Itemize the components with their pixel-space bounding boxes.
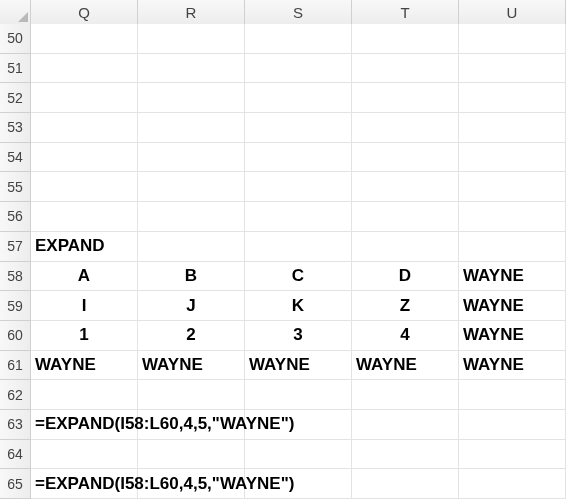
cell-Q56[interactable] bbox=[31, 202, 138, 232]
cell-U57[interactable] bbox=[459, 232, 566, 262]
row-header-59[interactable]: 59 bbox=[0, 291, 31, 321]
row-header-64[interactable]: 64 bbox=[0, 440, 31, 470]
cell-T56[interactable] bbox=[352, 202, 459, 232]
cell-U55[interactable] bbox=[459, 172, 566, 202]
cell-S56[interactable] bbox=[245, 202, 352, 232]
cell-R56[interactable] bbox=[138, 202, 245, 232]
cell-Q53[interactable] bbox=[31, 113, 138, 143]
cell-T62[interactable] bbox=[352, 380, 459, 410]
cell-R57[interactable] bbox=[138, 232, 245, 262]
column-header-R[interactable]: R bbox=[138, 0, 245, 24]
cell-T63[interactable] bbox=[352, 410, 459, 440]
cell-Q65[interactable]: =EXPAND(I58:L60,4,5,"WAYNE") bbox=[31, 469, 138, 499]
row-header-54[interactable]: 54 bbox=[0, 143, 31, 173]
cell-U63[interactable] bbox=[459, 410, 566, 440]
cell-Q50[interactable] bbox=[31, 24, 138, 54]
cell-Q51[interactable] bbox=[31, 54, 138, 84]
select-all-corner[interactable] bbox=[0, 0, 31, 24]
cell-Q59[interactable]: I bbox=[31, 291, 138, 321]
cell-S53[interactable] bbox=[245, 113, 352, 143]
cell-U60[interactable]: WAYNE bbox=[459, 321, 566, 351]
cell-Q52[interactable] bbox=[31, 83, 138, 113]
row-header-57[interactable]: 57 bbox=[0, 232, 31, 262]
column-header-S[interactable]: S bbox=[245, 0, 352, 24]
cell-T51[interactable] bbox=[352, 54, 459, 84]
cell-T54[interactable] bbox=[352, 143, 459, 173]
cell-T52[interactable] bbox=[352, 83, 459, 113]
cell-U65[interactable] bbox=[459, 469, 566, 499]
cell-S55[interactable] bbox=[245, 172, 352, 202]
cell-U64[interactable] bbox=[459, 440, 566, 470]
cell-U53[interactable] bbox=[459, 113, 566, 143]
cell-R59[interactable]: J bbox=[138, 291, 245, 321]
cell-S58[interactable]: C bbox=[245, 262, 352, 292]
cell-R53[interactable] bbox=[138, 113, 245, 143]
cell-S64[interactable] bbox=[245, 440, 352, 470]
cell-S60[interactable]: 3 bbox=[245, 321, 352, 351]
cell-Q61[interactable]: WAYNE bbox=[31, 351, 138, 381]
cell-Q64[interactable] bbox=[31, 440, 138, 470]
cell-Q60[interactable]: 1 bbox=[31, 321, 138, 351]
cell-S50[interactable] bbox=[245, 24, 352, 54]
cell-S61[interactable]: WAYNE bbox=[245, 351, 352, 381]
cell-U62[interactable] bbox=[459, 380, 566, 410]
cell-R62[interactable] bbox=[138, 380, 245, 410]
row-header-62[interactable]: 62 bbox=[0, 380, 31, 410]
cell-T50[interactable] bbox=[352, 24, 459, 54]
cell-T61[interactable]: WAYNE bbox=[352, 351, 459, 381]
cell-S62[interactable] bbox=[245, 380, 352, 410]
row-header-53[interactable]: 53 bbox=[0, 113, 31, 143]
cell-T64[interactable] bbox=[352, 440, 459, 470]
row-header-51[interactable]: 51 bbox=[0, 54, 31, 84]
cell-value: EXPAND bbox=[35, 236, 105, 256]
cell-R50[interactable] bbox=[138, 24, 245, 54]
cell-Q55[interactable] bbox=[31, 172, 138, 202]
row-header-58[interactable]: 58 bbox=[0, 262, 31, 292]
cell-U58[interactable]: WAYNE bbox=[459, 262, 566, 292]
cell-Q62[interactable] bbox=[31, 380, 138, 410]
cell-R60[interactable]: 2 bbox=[138, 321, 245, 351]
cell-S54[interactable] bbox=[245, 143, 352, 173]
cell-S59[interactable]: K bbox=[245, 291, 352, 321]
cell-U51[interactable] bbox=[459, 54, 566, 84]
cell-Q58[interactable]: A bbox=[31, 262, 138, 292]
cell-R61[interactable]: WAYNE bbox=[138, 351, 245, 381]
cell-T59[interactable]: Z bbox=[352, 291, 459, 321]
cell-T53[interactable] bbox=[352, 113, 459, 143]
row-header-63[interactable]: 63 bbox=[0, 410, 31, 440]
cell-U54[interactable] bbox=[459, 143, 566, 173]
cell-R51[interactable] bbox=[138, 54, 245, 84]
cell-Q57[interactable]: EXPAND bbox=[31, 232, 138, 262]
column-header-U[interactable]: U bbox=[459, 0, 566, 24]
cell-R54[interactable] bbox=[138, 143, 245, 173]
cell-U59[interactable]: WAYNE bbox=[459, 291, 566, 321]
cell-T65[interactable] bbox=[352, 469, 459, 499]
cell-grid[interactable]: EXPANDABCDWAYNEIJKZWAYNE1234WAYNEWAYNEWA… bbox=[31, 24, 566, 500]
cell-Q54[interactable] bbox=[31, 143, 138, 173]
row-header-50[interactable]: 50 bbox=[0, 24, 31, 54]
cell-S51[interactable] bbox=[245, 54, 352, 84]
row-header-60[interactable]: 60 bbox=[0, 321, 31, 351]
cell-T60[interactable]: 4 bbox=[352, 321, 459, 351]
row-header-52[interactable]: 52 bbox=[0, 83, 31, 113]
cell-T58[interactable]: D bbox=[352, 262, 459, 292]
cell-U52[interactable] bbox=[459, 83, 566, 113]
cell-Q63[interactable]: =EXPAND(I58:L60,4,5,"WAYNE") bbox=[31, 410, 138, 440]
row-header-61[interactable]: 61 bbox=[0, 351, 31, 381]
cell-R64[interactable] bbox=[138, 440, 245, 470]
column-header-T[interactable]: T bbox=[352, 0, 459, 24]
cell-T57[interactable] bbox=[352, 232, 459, 262]
cell-U50[interactable] bbox=[459, 24, 566, 54]
cell-R58[interactable]: B bbox=[138, 262, 245, 292]
row-header-55[interactable]: 55 bbox=[0, 172, 31, 202]
cell-T55[interactable] bbox=[352, 172, 459, 202]
row-header-65[interactable]: 65 bbox=[0, 469, 31, 499]
cell-U61[interactable]: WAYNE bbox=[459, 351, 566, 381]
cell-R55[interactable] bbox=[138, 172, 245, 202]
cell-S57[interactable] bbox=[245, 232, 352, 262]
row-header-56[interactable]: 56 bbox=[0, 202, 31, 232]
cell-R52[interactable] bbox=[138, 83, 245, 113]
cell-U56[interactable] bbox=[459, 202, 566, 232]
column-header-Q[interactable]: Q bbox=[31, 0, 138, 24]
cell-S52[interactable] bbox=[245, 83, 352, 113]
